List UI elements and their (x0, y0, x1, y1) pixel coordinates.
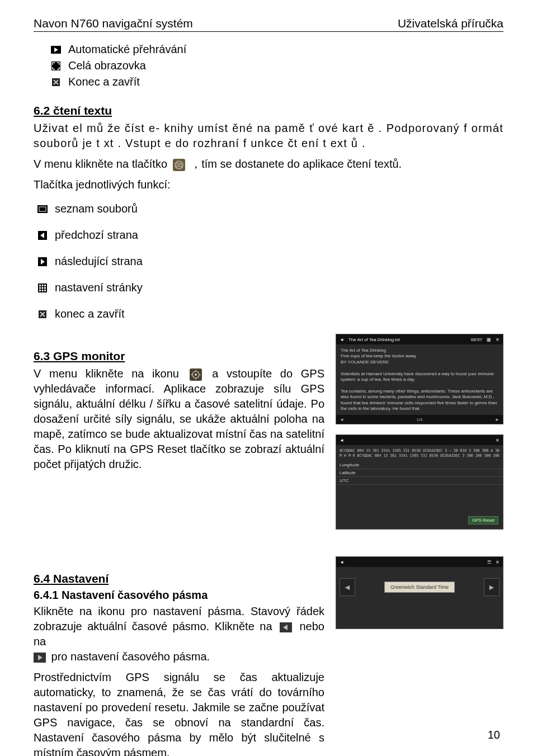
next-page-icon (37, 256, 48, 267)
play-icon (50, 44, 62, 55)
section-6-4-1-title: 6.4.1 Nastavení časového pásma (34, 589, 324, 602)
gps-monitor-icon (190, 368, 202, 381)
close-icon: ✕ (496, 438, 500, 443)
section-6-2-menu-line: V menu klikněte na tlačítko ，tím se dost… (34, 157, 503, 172)
section-6-2-title: 6.2 čtení textu (34, 104, 503, 117)
func-label: seznam souborů (55, 202, 138, 215)
tz-current-label: Greenwich Standard Time (384, 582, 455, 593)
product-name: Navon N760 navigační systém (34, 17, 193, 30)
text-reader-icon (173, 159, 185, 171)
svg-rect-16 (39, 287, 41, 289)
svg-rect-15 (44, 285, 46, 286)
screenshot-timezone: ◄ ☰ ✕ ◄ Greenwich Standard Time ► (336, 556, 503, 629)
grid-icon: ▦ (487, 337, 491, 342)
file-list-icon (37, 204, 48, 215)
text-fragment: pro nastavení časového pásma. (51, 650, 210, 663)
option-autoplay: Automatické přehrávání (50, 43, 503, 56)
screenshot-gps-monitor: ◄ ✕ BCYQDAC 004 15 361 3341 1505 331 053… (336, 434, 503, 530)
option-label: Konec a zavřít (68, 75, 140, 88)
gps-fields: Longitude Latitude UTC (336, 461, 503, 485)
back-icon: ◄ (340, 560, 344, 565)
section-6-2-func-label: Tlačítka jednotlivých funkcí: (34, 177, 503, 192)
section-6-4-title: 6.4 Nastavení (34, 572, 324, 585)
func-label: nastavení stránky (55, 281, 143, 294)
svg-rect-20 (42, 290, 44, 291)
section-6-3-body: V menu klikněte na ikonu a vstoupíte do … (34, 366, 324, 472)
option-fullscreen: Celá obrazovka (50, 59, 503, 72)
grid-icon (37, 282, 48, 294)
svg-rect-18 (44, 287, 46, 289)
row-latitude: Latitude (336, 469, 503, 477)
prev-page-icon (37, 230, 48, 241)
text-fragment: a vstoupíte do GPS vyhledávače informací… (34, 367, 324, 470)
row-utc: UTC (336, 477, 503, 485)
function-list: seznam souborů předchozí strana následuj… (34, 202, 503, 320)
row-longitude: Longitude (336, 461, 503, 469)
page-number: 10 (488, 729, 500, 741)
tz-next-button: ► (484, 578, 500, 596)
svg-point-25 (195, 374, 197, 376)
back-icon: ◄ (340, 438, 344, 443)
fullscreen-icon (50, 60, 62, 72)
shot-time: 00:57 (471, 337, 482, 342)
svg-rect-13 (39, 285, 41, 286)
svg-rect-14 (42, 285, 44, 286)
func-next-page: následující strana (37, 255, 503, 268)
svg-rect-21 (44, 290, 46, 291)
screenshot-text-reader: ◄ The Art of Tea Drinking.txt 00:57 ▦ ✕ … (336, 334, 503, 424)
func-prev-page: předchozí strana (37, 229, 503, 242)
tz-prev-button: ◄ (340, 578, 355, 596)
close-icon: ✕ (496, 337, 500, 342)
text-fragment: ，tím se dostanete do aplikace čtení text… (190, 158, 402, 170)
doc-type: Uživatelská příručka (398, 17, 503, 30)
text-fragment: V menu klikněte na ikonu (34, 367, 179, 380)
section-6-4-1-p2: Prostřednictvím GPS signálu se čas aktua… (34, 670, 324, 756)
func-label: konec a zavřít (55, 308, 125, 320)
arrow-left-icon (280, 621, 292, 634)
svg-rect-19 (39, 290, 41, 291)
gps-reset-button: GPS Reset (468, 516, 498, 525)
option-close: Konec a zavřít (50, 75, 503, 88)
shot-page: 1/4 (416, 417, 422, 422)
svg-rect-17 (42, 287, 44, 289)
section-6-3-title: 6.3 GPS monitor (34, 349, 324, 363)
close-icon: ✕ (496, 560, 500, 565)
close-icon (50, 77, 62, 88)
option-label: Automatické přehrávání (68, 43, 186, 56)
page-header: Navon N760 navigační systém Uživatelská … (34, 17, 503, 32)
prev-icon: ◄ (340, 417, 344, 422)
func-label: následující strana (55, 255, 143, 268)
gps-raw-data: BCYQDAC 004 15 361 3341 1505 331 0536 OC… (336, 445, 503, 461)
close-icon (37, 309, 48, 320)
shot-title: The Art of Tea Drinking.txt (348, 337, 467, 342)
func-label: předchozí strana (55, 229, 138, 242)
func-page-settings: nastavení stránky (37, 281, 503, 294)
back-icon: ◄ (340, 337, 344, 342)
next-icon: ► (495, 417, 500, 422)
section-6-4-1-p1: Klikněte na ikonu pro nastavení pásma. S… (34, 604, 324, 664)
text-fragment: V menu klikněte na tlačítko (34, 158, 167, 170)
func-close: konec a zavřít (37, 308, 503, 320)
func-file-list: seznam souborů (37, 202, 503, 215)
section-6-2-intro: Uživat el mů že číst e- knihy umíst ěné … (34, 121, 503, 151)
media-options: Automatické přehrávání Celá obrazovka Ko… (34, 43, 503, 88)
option-label: Celá obrazovka (68, 59, 146, 72)
shot-body: The Art of Tea Drinking Five cups of tea… (336, 344, 503, 415)
arrow-right-icon (34, 651, 46, 664)
settings-icon: ☰ (487, 560, 491, 565)
